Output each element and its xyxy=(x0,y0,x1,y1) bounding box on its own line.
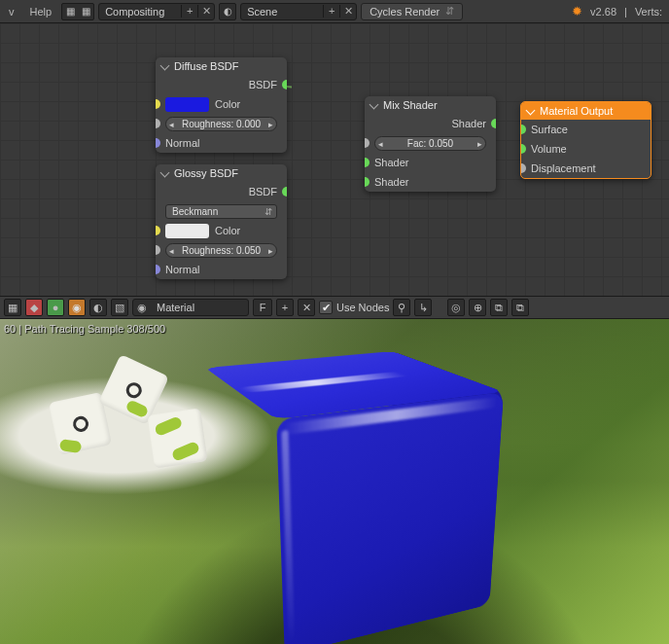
node-title: Diffuse BSDF xyxy=(174,60,238,72)
renderer-selector[interactable]: Cycles Render ⇵ xyxy=(361,3,463,20)
menu-help[interactable]: Help xyxy=(24,6,58,18)
compositor-icon[interactable]: ◐ xyxy=(89,299,107,316)
screen-selector[interactable]: Compositing +✕ xyxy=(98,3,215,20)
collapse-icon[interactable] xyxy=(526,105,536,115)
shader-in-b: Shader xyxy=(365,172,496,192)
menu-view[interactable]: v xyxy=(3,6,20,18)
sphere-icon: ◉ xyxy=(133,302,151,314)
collapse-icon[interactable] xyxy=(160,60,170,70)
distribution-field[interactable]: Beckmann xyxy=(165,204,277,219)
out-bsdf: BSDF xyxy=(156,182,287,201)
paste-icon[interactable]: ⧉ xyxy=(511,299,529,316)
shader-type-object-icon[interactable]: ◆ xyxy=(25,299,43,316)
shader-type-lamp-icon[interactable]: ◉ xyxy=(68,299,86,316)
snap-target-icon[interactable]: ⊕ xyxy=(469,299,486,316)
copy-icon[interactable]: ⧉ xyxy=(490,299,508,316)
node-title: Glossy BSDF xyxy=(174,167,238,179)
socket-in[interactable] xyxy=(156,99,160,109)
volume-in: Volume xyxy=(521,139,651,159)
socket-in[interactable] xyxy=(365,138,370,148)
color-row: Color xyxy=(156,94,287,114)
node-glossy-bsdf[interactable]: Glossy BSDF BSDF Beckmann Color Roughnes… xyxy=(156,164,287,279)
node-material-output[interactable]: Material Output Surface Volume Displacem… xyxy=(520,101,651,179)
node-header[interactable]: Material Output xyxy=(521,102,651,120)
material-selector[interactable]: ◉ Material xyxy=(132,299,249,316)
roughness-field[interactable]: Roughness: 0.000 xyxy=(165,117,277,131)
plus-icon[interactable]: + xyxy=(323,5,339,18)
shader-type-world-icon[interactable]: ● xyxy=(47,299,64,316)
editor-type-icon[interactable]: ▦ xyxy=(4,299,21,316)
node-header[interactable]: Glossy BSDF xyxy=(156,164,287,182)
shader-in-a: Shader xyxy=(365,153,496,172)
socket-in[interactable] xyxy=(156,265,160,274)
unlink-icon[interactable]: ✕ xyxy=(298,299,315,316)
collapse-icon[interactable] xyxy=(160,167,170,177)
background-dice xyxy=(53,353,219,470)
node-diffuse-bsdf[interactable]: Diffuse BSDF BSDF Color Roughness: 0.000… xyxy=(156,57,287,153)
add-icon[interactable]: + xyxy=(276,299,294,316)
color-label: Color xyxy=(215,98,240,110)
plus-icon[interactable]: + xyxy=(181,5,197,18)
snap-icon[interactable]: ◎ xyxy=(447,299,465,316)
socket-out[interactable] xyxy=(282,187,287,197)
color-row: Color xyxy=(156,221,287,240)
blender-logo-icon: ✹ xyxy=(572,4,582,18)
scene-selector[interactable]: Scene +✕ xyxy=(240,3,357,20)
color-swatch[interactable] xyxy=(165,224,209,238)
node-header[interactable]: Mix Shader xyxy=(365,96,496,114)
pin-icon[interactable]: ⚲ xyxy=(393,299,410,316)
node-header[interactable]: Diffuse BSDF xyxy=(156,57,287,75)
socket-in[interactable] xyxy=(156,138,160,148)
socket-in[interactable] xyxy=(156,245,160,255)
texture-icon[interactable]: ▧ xyxy=(111,299,128,316)
socket-in[interactable] xyxy=(156,226,160,235)
normal-label: Normal xyxy=(165,264,199,275)
socket-out[interactable] xyxy=(282,80,287,89)
normal-label: Normal xyxy=(165,137,199,149)
socket-in[interactable] xyxy=(520,144,526,154)
out-shader: Shader xyxy=(365,114,496,133)
out-bsdf: BSDF xyxy=(156,75,287,94)
render-status: 60 | Path Tracing Sample 308/500 xyxy=(0,321,169,337)
screen-browse-button[interactable]: ▦ ▦ xyxy=(61,3,94,20)
collapse-icon[interactable] xyxy=(370,99,379,109)
fake-user-button[interactable]: F xyxy=(253,299,272,316)
socket-in[interactable] xyxy=(365,158,370,167)
surface-in: Surface xyxy=(521,120,651,139)
render-cube xyxy=(219,343,491,616)
close-icon[interactable]: ✕ xyxy=(339,5,356,18)
socket-out[interactable] xyxy=(491,119,496,128)
sphere-icon: ◐ xyxy=(220,4,235,19)
roughness-field[interactable]: Roughness: 0.050 xyxy=(165,243,277,258)
normal-row: Normal xyxy=(156,260,287,279)
node-editor[interactable]: Diffuse BSDF BSDF Color Roughness: 0.000… xyxy=(0,23,669,296)
use-nodes-label: Use Nodes xyxy=(336,302,389,313)
scene-label: Scene xyxy=(241,6,323,18)
go-parent-icon[interactable]: ↳ xyxy=(414,299,432,316)
renderer-label: Cycles Render xyxy=(370,6,440,18)
socket-in[interactable] xyxy=(156,119,160,128)
displacement-in: Displacement xyxy=(521,159,651,178)
node-title: Mix Shader xyxy=(383,99,438,111)
node-mix-shader[interactable]: Mix Shader Shader Fac: 0.050 Shader Shad… xyxy=(365,96,496,192)
verts-label: Verts: xyxy=(631,6,666,18)
close-icon[interactable]: ✕ xyxy=(197,5,214,18)
normal-row: Normal xyxy=(156,133,287,153)
color-label: Color xyxy=(215,225,240,236)
grid-icon: ▦ xyxy=(62,4,78,19)
color-swatch[interactable] xyxy=(165,97,209,112)
socket-in[interactable] xyxy=(520,125,526,134)
distribution-row: Beckmann xyxy=(156,201,287,221)
roughness-row: Roughness: 0.000 xyxy=(156,114,287,133)
material-label: Material xyxy=(151,302,248,313)
scene-browse-button[interactable]: ◐ xyxy=(219,3,236,20)
updown-icon: ⇵ xyxy=(445,5,454,18)
fac-field[interactable]: Fac: 0.050 xyxy=(374,136,486,151)
fac-row: Fac: 0.050 xyxy=(365,133,496,153)
top-header: v Help ▦ ▦ Compositing +✕ ◐ Scene +✕ Cyc… xyxy=(0,0,669,23)
screen-label: Compositing xyxy=(99,6,181,18)
use-nodes-checkbox[interactable]: ✔ xyxy=(319,301,333,314)
socket-in[interactable] xyxy=(520,163,526,173)
3d-viewport[interactable]: 60 | Path Tracing Sample 308/500 xyxy=(0,319,669,644)
socket-in[interactable] xyxy=(365,177,370,187)
